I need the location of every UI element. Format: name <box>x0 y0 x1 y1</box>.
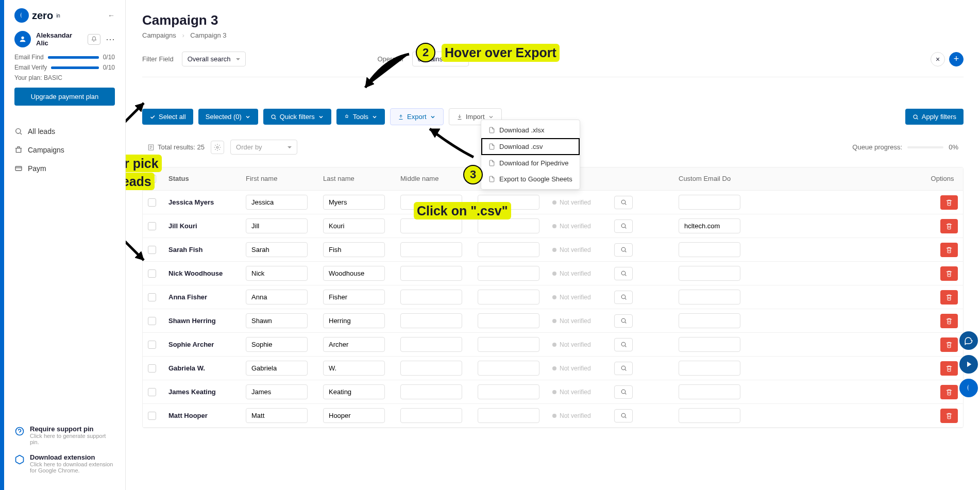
row-checkbox[interactable] <box>148 364 156 373</box>
tools-button[interactable]: Tools <box>336 109 385 125</box>
delete-button[interactable] <box>940 219 958 233</box>
middle-name-input[interactable] <box>400 384 462 399</box>
more-menu-button[interactable]: ⋯ <box>106 33 115 45</box>
row-checkbox[interactable] <box>148 317 156 325</box>
first-name-input[interactable] <box>246 266 308 281</box>
middle-name-input[interactable] <box>400 408 462 423</box>
last-name-input[interactable] <box>323 361 385 376</box>
delete-button[interactable] <box>940 337 958 352</box>
quick-filters-button[interactable]: Quick filters <box>263 109 331 125</box>
first-name-input[interactable] <box>246 290 308 305</box>
first-name-input[interactable] <box>246 384 308 399</box>
find-email-button[interactable] <box>614 385 633 399</box>
first-name-input[interactable] <box>246 313 308 328</box>
add-filter-button[interactable]: + <box>949 52 964 66</box>
middle-name-input[interactable] <box>400 242 462 257</box>
row-checkbox[interactable] <box>148 388 156 396</box>
row-checkbox[interactable] <box>148 198 156 207</box>
first-name-input[interactable] <box>246 195 308 210</box>
download-ext-link[interactable]: Download extension Click here to downloa… <box>14 453 115 474</box>
first-name-input[interactable] <box>246 337 308 352</box>
select-all-button[interactable]: Select all <box>142 109 193 125</box>
delete-button[interactable] <box>940 195 958 210</box>
brand-fab[interactable] <box>959 379 978 397</box>
row-checkbox[interactable] <box>148 222 156 230</box>
last-name-input[interactable] <box>323 195 385 210</box>
email-input[interactable] <box>478 384 539 399</box>
last-name-input[interactable] <box>323 313 385 328</box>
row-checkbox[interactable] <box>148 412 156 420</box>
domain-input[interactable] <box>679 290 740 305</box>
row-checkbox[interactable] <box>148 269 156 278</box>
domain-input[interactable] <box>679 337 740 352</box>
email-input[interactable] <box>478 313 539 328</box>
row-checkbox[interactable] <box>148 293 156 301</box>
nav-campaigns[interactable]: Campaigns <box>4 141 125 159</box>
collapse-sidebar-button[interactable]: ← <box>108 11 115 20</box>
find-email-button[interactable] <box>614 362 633 375</box>
table-settings-button[interactable] <box>211 141 224 154</box>
find-email-button[interactable] <box>614 267 633 280</box>
middle-name-input[interactable] <box>400 337 462 352</box>
middle-name-input[interactable] <box>400 266 462 281</box>
delete-button[interactable] <box>940 290 958 305</box>
last-name-input[interactable] <box>323 218 385 233</box>
email-input[interactable] <box>478 266 539 281</box>
delete-button[interactable] <box>940 266 958 281</box>
email-input[interactable] <box>478 361 539 376</box>
clear-filter-button[interactable]: × <box>931 52 945 66</box>
export-csv-item[interactable]: Download .csv <box>481 138 580 155</box>
domain-input[interactable] <box>679 313 740 328</box>
email-input[interactable] <box>478 195 539 210</box>
operator-select[interactable]: contains <box>412 52 469 66</box>
avatar[interactable] <box>14 31 31 47</box>
middle-name-input[interactable] <box>400 218 462 233</box>
find-email-button[interactable] <box>614 409 633 423</box>
middle-name-input[interactable] <box>400 361 462 376</box>
notifications-button[interactable] <box>88 34 100 45</box>
export-button[interactable]: Export <box>390 108 444 125</box>
delete-button[interactable] <box>940 361 958 376</box>
find-email-button[interactable] <box>614 314 633 328</box>
middle-name-input[interactable] <box>400 290 462 305</box>
order-by-select[interactable]: Order by <box>230 140 297 155</box>
first-name-input[interactable] <box>246 242 308 257</box>
selected-button[interactable]: Selected (0) <box>198 109 258 125</box>
support-pin-link[interactable]: Require support pin Click here to genera… <box>14 425 115 445</box>
export-xlsx-item[interactable]: Download .xlsx <box>481 122 580 138</box>
export-sheets-item[interactable]: Export to Google Sheets <box>481 171 580 187</box>
nav-payments[interactable]: Paym <box>4 159 125 178</box>
export-pipedrive-item[interactable]: Download for Pipedrive <box>481 155 580 171</box>
header-checkbox[interactable] <box>148 175 156 183</box>
last-name-input[interactable] <box>323 266 385 281</box>
email-input[interactable] <box>478 218 539 233</box>
last-name-input[interactable] <box>323 242 385 257</box>
last-name-input[interactable] <box>323 290 385 305</box>
delete-button[interactable] <box>940 314 958 328</box>
upgrade-button[interactable]: Upgrade payment plan <box>14 88 115 106</box>
delete-button[interactable] <box>940 409 958 423</box>
find-email-button[interactable] <box>614 291 633 304</box>
domain-input[interactable] <box>679 266 740 281</box>
domain-input[interactable] <box>679 242 740 257</box>
nav-all-leads[interactable]: All leads <box>4 122 125 141</box>
row-checkbox[interactable] <box>148 246 156 254</box>
email-input[interactable] <box>478 290 539 305</box>
domain-input[interactable] <box>679 408 740 423</box>
row-checkbox[interactable] <box>148 341 156 349</box>
delete-button[interactable] <box>940 385 958 399</box>
find-email-button[interactable] <box>614 219 633 233</box>
first-name-input[interactable] <box>246 408 308 423</box>
last-name-input[interactable] <box>323 384 385 399</box>
find-email-button[interactable] <box>614 196 633 209</box>
apply-filters-button[interactable]: Apply filters <box>905 109 964 125</box>
filter-field-select[interactable]: Overall search <box>182 52 246 66</box>
find-email-button[interactable] <box>614 243 633 257</box>
last-name-input[interactable] <box>323 337 385 352</box>
middle-name-input[interactable] <box>400 313 462 328</box>
domain-input[interactable] <box>679 195 740 210</box>
find-email-button[interactable] <box>614 338 633 351</box>
email-input[interactable] <box>478 242 539 257</box>
chat-button[interactable] <box>959 331 978 350</box>
delete-button[interactable] <box>940 243 958 257</box>
